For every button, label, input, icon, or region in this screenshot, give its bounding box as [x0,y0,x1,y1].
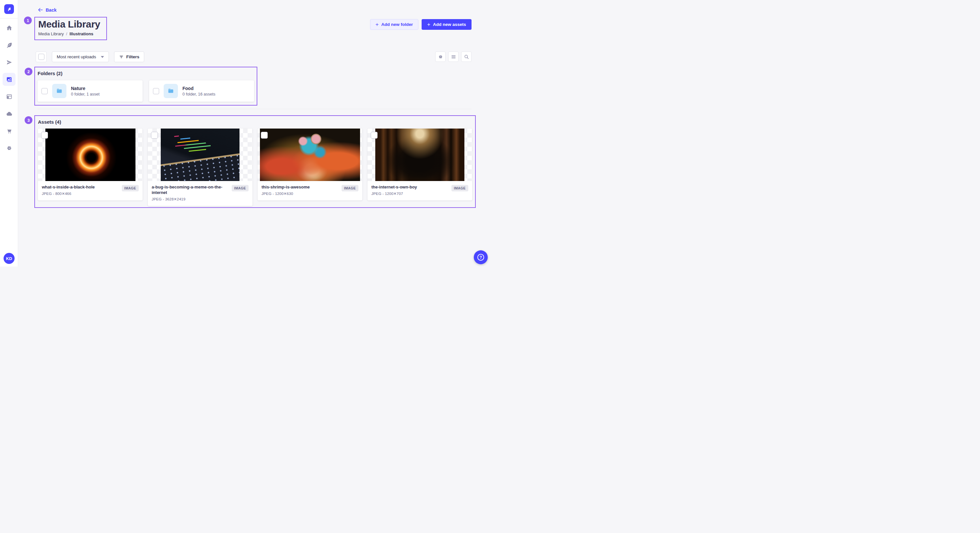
folder-icon [167,88,174,94]
breadcrumb: Media Library / Illustrations [38,32,103,36]
filters-button[interactable]: Filters [114,51,145,62]
folder-avatar [164,84,178,98]
search-button[interactable] [461,51,471,62]
media-library-page: { "app": { "brand_color": "#4945ff", "an… [0,0,490,266]
filters-label: Filters [126,54,140,59]
list-view-button[interactable] [448,51,458,62]
sidebar-item-content[interactable] [3,38,16,51]
section-divider [38,109,471,109]
annotation-2: 2 [25,68,32,75]
asset-name: this-shrimp-is-awesome [261,185,313,190]
add-new-folder-label: Add new folder [382,22,413,27]
assets-section-title: Assets (4) [38,119,472,125]
asset-type-badge: IMAGE [232,185,248,191]
asset-texts: what-s-inside-a-black-hole JPEG - 800✕46… [42,185,98,196]
annotation-1: 1 [24,16,32,24]
folder-name: Food [183,86,215,91]
breadcrumb-separator: / [66,32,67,36]
sidebar-item-releases[interactable] [3,56,16,69]
home-icon [6,25,13,32]
folder-checkbox[interactable] [153,88,159,94]
asset-meta: JPEG - 1200✕707 [371,191,420,196]
folder-meta: 0 folder, 1 asset [71,92,100,97]
question-mark-icon: ? [477,254,484,261]
sidebar-item-marketplace[interactable] [3,124,16,137]
sort-select[interactable]: Most recent uploads [52,51,109,62]
sidebar-divider [0,18,18,19]
folder-texts: Nature 0 folder, 1 asset [71,86,100,97]
select-all-checkbox-wrap[interactable] [36,51,47,62]
sidebar-item-content-manager[interactable] [3,90,16,103]
view-settings-button[interactable] [435,51,445,62]
asset-info: the-internet-s-own-boy JPEG - 1200✕707 I… [368,181,472,200]
folder-avatar [52,84,67,98]
user-avatar[interactable]: KD [3,253,14,264]
sidebar-item-settings[interactable] [3,141,16,154]
media-library-icon [6,76,13,83]
annotation-box-title: Media Library Media Library / Illustrati… [34,17,107,40]
folder-row: Nature 0 folder, 1 asset Food 0 folder, … [38,80,254,102]
asset-checkbox[interactable] [371,132,377,139]
header-actions: + Add new folder + Add new assets [370,19,471,30]
add-new-assets-button[interactable]: + Add new assets [422,19,471,30]
gear-icon [438,54,443,60]
sidebar-item-home[interactable] [3,21,16,34]
asset-thumbnail [258,128,362,181]
back-link[interactable]: Back [38,7,56,13]
asset-name: what-s-inside-a-black-hole [42,185,98,190]
folder-icon [56,88,62,94]
folder-card-nature[interactable]: Nature 0 folder, 1 asset [38,80,143,102]
asset-meta: JPEG - 1200✕630 [261,191,313,196]
asset-thumbnail [148,128,253,181]
sidebar-item-media-library[interactable] [3,73,16,86]
asset-meta: JPEG - 800✕466 [42,191,98,196]
select-all-checkbox[interactable] [38,54,45,60]
sidebar-item-deploy[interactable] [3,107,16,120]
search-icon [464,54,469,60]
list-icon [451,54,456,60]
asset-texts: this-shrimp-is-awesome JPEG - 1200✕630 [261,185,313,196]
page-title: Media Library [38,18,103,30]
asset-texts: the-internet-s-own-boy JPEG - 1200✕707 [371,185,420,196]
breadcrumb-current: Illustrations [69,32,93,36]
sidebar: KD [0,0,18,266]
folder-meta: 0 folder, 16 assets [183,92,215,97]
annotation-box-assets: Assets (4) what-s-inside-a-black-hole JP… [34,115,476,208]
asset-card-bug-meme[interactable]: a-bug-is-becoming-a-meme-on-the-internet… [148,128,253,206]
strapi-logo-icon [6,6,12,12]
asset-thumbnail [38,128,143,181]
asset-name: the-internet-s-own-boy [371,185,420,190]
asset-checkbox[interactable] [151,132,158,139]
add-new-folder-button[interactable]: + Add new folder [370,19,418,30]
chevron-down-icon [101,56,104,58]
asset-card-internets-own-boy[interactable]: the-internet-s-own-boy JPEG - 1200✕707 I… [368,128,472,200]
cloud-icon [6,110,13,117]
strapi-logo[interactable] [4,4,14,14]
folder-card-food[interactable]: Food 0 folder, 16 assets [149,80,254,102]
cart-icon [6,128,13,134]
breadcrumb-parent[interactable]: Media Library [38,32,64,36]
feather-icon [6,42,13,49]
view-actions [435,51,471,62]
asset-meta: JPEG - 3628✕2419 [152,197,232,201]
asset-card-black-hole[interactable]: what-s-inside-a-black-hole JPEG - 800✕46… [38,128,143,200]
help-button[interactable]: ? [474,250,488,264]
mantis-shrimp-image [260,128,360,181]
folder-checkbox[interactable] [41,88,48,94]
asset-thumbnail [368,128,472,181]
sidebar-nav [0,21,18,154]
annotation-box-folders: Folders (2) Nature 0 folder, 1 asset [34,67,257,106]
plus-icon: + [427,22,430,27]
asset-info: what-s-inside-a-black-hole JPEG - 800✕46… [38,181,143,200]
folders-section-title: Folders (2) [38,71,254,76]
back-label: Back [46,8,56,13]
asset-info: a-bug-is-becoming-a-meme-on-the-internet… [148,181,253,206]
arrow-left-icon [38,7,43,13]
laptop-code-image [161,128,240,181]
asset-type-badge: IMAGE [122,185,139,191]
asset-checkbox[interactable] [41,132,48,139]
asset-card-shrimp[interactable]: this-shrimp-is-awesome JPEG - 1200✕630 I… [258,128,362,200]
sort-select-value: Most recent uploads [57,54,96,59]
gear-icon [6,145,13,152]
asset-checkbox[interactable] [261,132,268,139]
